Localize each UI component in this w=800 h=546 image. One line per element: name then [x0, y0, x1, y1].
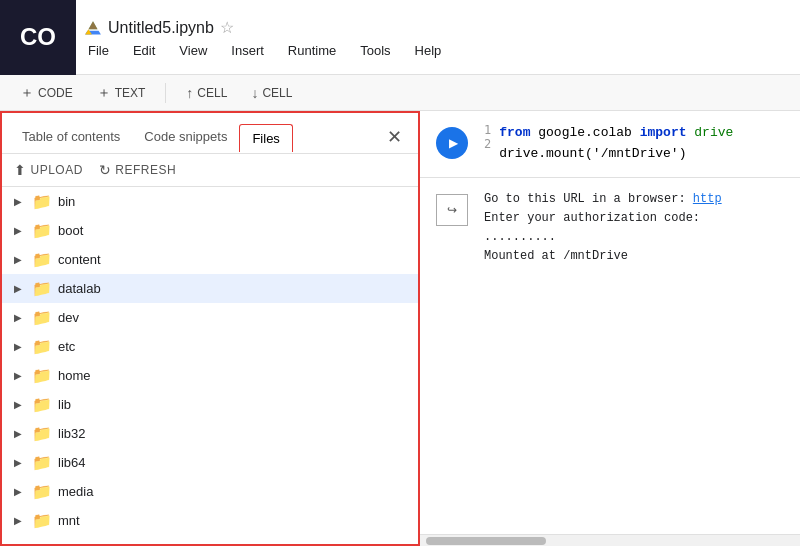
file-item-home[interactable]: ▶ 📁 home	[2, 361, 418, 390]
file-name: lib64	[58, 455, 85, 470]
file-name: bin	[58, 194, 75, 209]
folder-icon: 📁	[32, 250, 52, 269]
file-item-lib64[interactable]: ▶ 📁 lib64	[2, 448, 418, 477]
toolbar-divider	[165, 83, 166, 103]
top-bar: CO Untitled5.ipynb ☆ File Edit View Inse…	[0, 0, 800, 75]
file-name: lib	[58, 397, 71, 412]
file-name: lib32	[58, 426, 85, 441]
file-item-dev[interactable]: ▶ 📁 dev	[2, 303, 418, 332]
folder-icon: 📁	[32, 308, 52, 327]
upload-icon: ⬆	[14, 162, 27, 178]
add-text-button[interactable]: ＋ TEXT	[89, 80, 154, 106]
arrow-up-icon: ↑	[186, 85, 193, 101]
output-text: Go to this URL in a browser: http Enter …	[468, 190, 784, 267]
panel-actions: ⬆ UPLOAD ↻ REFRESH	[2, 154, 418, 187]
file-name: home	[58, 368, 91, 383]
file-name: media	[58, 484, 93, 499]
code-content: 1 2 from google.colab import drive drive…	[468, 123, 784, 165]
file-item-content[interactable]: ▶ 📁 content	[2, 245, 418, 274]
panel-tabs: Table of contents Code snippets Files ✕	[2, 113, 418, 154]
main-layout: Table of contents Code snippets Files ✕ …	[0, 111, 800, 546]
menu-tools[interactable]: Tools	[356, 41, 394, 60]
arrow-down-icon: ↓	[251, 85, 258, 101]
folder-icon: 📁	[32, 395, 52, 414]
title-row: Untitled5.ipynb ☆	[84, 10, 800, 41]
left-panel: Table of contents Code snippets Files ✕ …	[0, 111, 420, 546]
file-item-etc[interactable]: ▶ 📁 etc	[2, 332, 418, 361]
move-cell-down-button[interactable]: ↓ CELL	[243, 81, 300, 105]
chevron-icon: ▶	[14, 312, 26, 323]
line-numbers: 1 2	[484, 123, 491, 165]
file-title: Untitled5.ipynb	[108, 19, 214, 37]
chevron-icon: ▶	[14, 254, 26, 265]
code-text: from google.colab import drive drive.mou…	[499, 123, 733, 165]
tab-code-snippets[interactable]: Code snippets	[132, 121, 239, 154]
run-button[interactable]	[436, 127, 468, 159]
code-cell: 1 2 from google.colab import drive drive…	[420, 111, 800, 178]
chevron-icon: ▶	[14, 283, 26, 294]
file-item-mnt[interactable]: ▶ 📁 mnt	[2, 506, 418, 535]
menu-help[interactable]: Help	[411, 41, 446, 60]
folder-icon: 📁	[32, 366, 52, 385]
output-icon[interactable]: ↪	[436, 194, 468, 226]
chevron-icon: ▶	[14, 428, 26, 439]
output-line-4: Mounted at /mntDrive	[484, 247, 784, 266]
code-line-2: drive.mount('/mntDrive')	[499, 144, 733, 165]
folder-icon: 📁	[32, 511, 52, 530]
plus-icon-2: ＋	[97, 84, 111, 102]
top-bar-right: Untitled5.ipynb ☆ File Edit View Insert …	[76, 10, 800, 64]
file-item-lib[interactable]: ▶ 📁 lib	[2, 390, 418, 419]
output-line-2: Enter your authorization code:	[484, 209, 784, 228]
menu-view[interactable]: View	[175, 41, 211, 60]
file-item-bin[interactable]: ▶ 📁 bin	[2, 187, 418, 216]
star-icon[interactable]: ☆	[220, 18, 234, 37]
cell-down-label: CELL	[262, 86, 292, 100]
folder-icon: 📁	[32, 279, 52, 298]
file-name: boot	[58, 223, 83, 238]
tab-table-of-contents[interactable]: Table of contents	[10, 121, 132, 154]
code-label: CODE	[38, 86, 73, 100]
folder-icon: 📁	[32, 424, 52, 443]
file-item-lib32[interactable]: ▶ 📁 lib32	[2, 419, 418, 448]
chevron-icon: ▶	[14, 225, 26, 236]
menu-runtime[interactable]: Runtime	[284, 41, 340, 60]
file-name: content	[58, 252, 101, 267]
folder-icon: 📁	[32, 337, 52, 356]
output-line-1: Go to this URL in a browser: http	[484, 190, 784, 209]
folder-icon: 📁	[32, 482, 52, 501]
menu-insert[interactable]: Insert	[227, 41, 268, 60]
logo-text: CO	[20, 23, 56, 51]
file-name: etc	[58, 339, 75, 354]
cell-up-label: CELL	[197, 86, 227, 100]
menu-row: File Edit View Insert Runtime Tools Help	[84, 41, 800, 64]
chevron-icon: ▶	[14, 341, 26, 352]
menu-file[interactable]: File	[84, 41, 113, 60]
text-label: TEXT	[115, 86, 146, 100]
toolbar: ＋ CODE ＋ TEXT ↑ CELL ↓ CELL	[0, 75, 800, 111]
file-tree[interactable]: ▶ 📁 bin ▶ 📁 boot ▶ 📁 content ▶ 📁 datalab…	[2, 187, 418, 544]
file-item-media[interactable]: ▶ 📁 media	[2, 477, 418, 506]
horizontal-scrollbar[interactable]	[420, 534, 800, 546]
chevron-icon: ▶	[14, 196, 26, 207]
url-link[interactable]: http	[693, 192, 722, 206]
refresh-button[interactable]: ↻ REFRESH	[99, 162, 176, 178]
chevron-icon: ▶	[14, 486, 26, 497]
close-panel-button[interactable]: ✕	[379, 122, 410, 152]
chevron-icon: ▶	[14, 399, 26, 410]
upload-button[interactable]: ⬆ UPLOAD	[14, 162, 83, 178]
tab-files[interactable]: Files	[239, 124, 292, 152]
file-name: mnt	[58, 513, 80, 528]
move-cell-up-button[interactable]: ↑ CELL	[178, 81, 235, 105]
drive-icon	[84, 19, 102, 37]
file-item-boot[interactable]: ▶ 📁 boot	[2, 216, 418, 245]
file-item-datalab[interactable]: ▶ 📁 datalab	[2, 274, 418, 303]
output-arrow-icon: ↪	[447, 203, 457, 217]
folder-icon: 📁	[32, 221, 52, 240]
code-area: 1 2 from google.colab import drive drive…	[484, 123, 784, 165]
add-code-button[interactable]: ＋ CODE	[12, 80, 81, 106]
code-line-1: from google.colab import drive	[499, 123, 733, 144]
folder-icon: 📁	[32, 192, 52, 211]
menu-edit[interactable]: Edit	[129, 41, 159, 60]
scrollbar-thumb[interactable]	[426, 537, 546, 545]
file-name: dev	[58, 310, 79, 325]
